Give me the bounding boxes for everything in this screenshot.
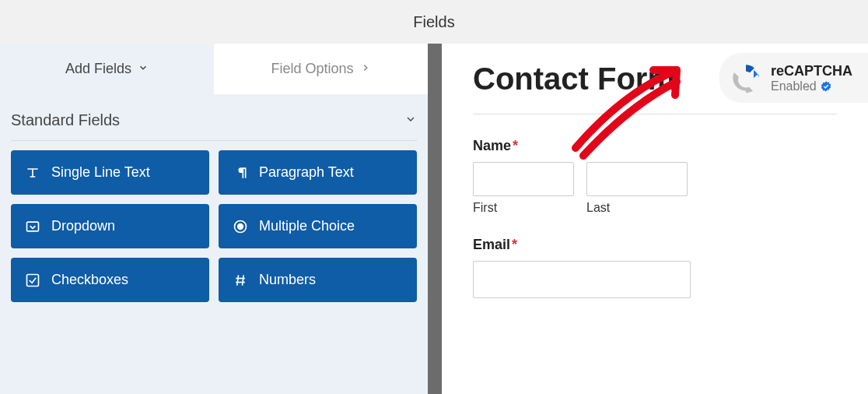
dropdown-icon [25,219,40,234]
field-label: Single Line Text [51,164,150,181]
field-label: Dropdown [51,218,115,234]
form-canvas: reCAPTCHA Enabled Contact Form Name* Fir… [442,44,868,394]
chevron-down-icon [404,111,417,129]
email-input[interactable] [473,261,691,298]
section-header[interactable]: Standard Fields [0,94,428,135]
first-name-input[interactable] [473,162,574,196]
last-sublabel: Last [586,201,688,215]
form-title: Contact Form [473,62,675,95]
last-name-input[interactable] [586,162,688,196]
svg-point-2 [238,223,243,229]
tab-add-fields[interactable]: Add Fields [0,44,214,94]
field-label: Checkboxes [51,272,128,288]
field-single-line-text[interactable]: Single Line Text [11,150,209,195]
chevron-right-icon [360,61,371,77]
badge-status: Enabled [771,79,817,93]
field-paragraph-text[interactable]: Paragraph Text [219,150,417,195]
tab-label: Add Fields [65,61,131,77]
email-label: Email* [473,237,837,253]
top-bar: Fields [0,0,868,44]
verified-icon [820,80,832,93]
field-label: Paragraph Text [259,164,354,181]
svg-rect-3 [27,274,39,286]
field-label: Multiple Choice [259,218,355,234]
checkbox-icon [25,273,40,288]
section-title: Standard Fields [11,111,120,129]
paragraph-icon [233,165,248,181]
divider-line [11,140,417,141]
panel-divider [428,44,442,394]
field-multiple-choice[interactable]: Multiple Choice [219,204,417,248]
first-sublabel: First [473,201,574,215]
field-label: Numbers [259,272,316,288]
hash-icon [233,273,248,288]
tab-field-options[interactable]: Field Options [214,44,428,94]
field-numbers[interactable]: Numbers [219,258,417,302]
svg-line-6 [237,275,239,285]
svg-rect-0 [27,222,39,231]
name-label: Name* [473,138,837,154]
recaptcha-icon [730,62,761,93]
badge-title: reCAPTCHA [771,63,852,79]
tab-label: Field Options [271,61,353,77]
field-dropdown[interactable]: Dropdown [11,204,209,248]
chevron-down-icon [138,61,149,77]
page-title: Fields [413,13,454,31]
radio-icon [233,219,248,234]
form-divider [473,114,837,114]
text-icon [25,165,40,181]
svg-line-7 [243,275,244,285]
required-asterisk: * [512,237,517,252]
recaptcha-badge[interactable]: reCAPTCHA Enabled [719,53,868,103]
required-asterisk: * [513,138,518,153]
field-checkboxes[interactable]: Checkboxes [11,258,209,302]
tabs: Add Fields Field Options [0,44,428,94]
fields-grid: Single Line Text Paragraph Text Dropdown… [0,150,428,302]
sidebar: Add Fields Field Options Standard Fields [0,44,428,394]
